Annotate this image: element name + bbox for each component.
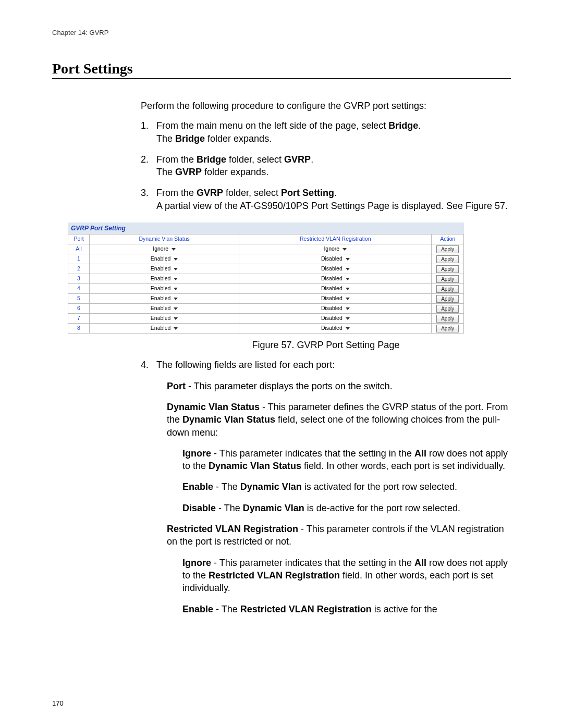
step-body: From the Bridge folder, select GVRP. The…: [156, 153, 511, 180]
table-row: 5EnabledDisabledApply: [68, 294, 464, 304]
cell-dvs-dropdown[interactable]: Enabled: [90, 314, 239, 324]
field-rvr: Restricted VLAN Registration - This para…: [167, 523, 511, 548]
chevron-down-icon: [174, 298, 178, 300]
chevron-down-icon: [174, 327, 178, 330]
field-dvs-enable: Enable - The Dynamic Vlan is activated f…: [182, 480, 511, 493]
step-num: 3.: [141, 187, 156, 213]
table-row: AllIgnoreIgnoreApply: [68, 244, 464, 254]
cell-rvr-dropdown[interactable]: Disabled: [239, 314, 432, 324]
cell-port: 3: [68, 274, 90, 284]
cell-rvr-dropdown[interactable]: Disabled: [239, 274, 432, 284]
col-dvs: Dynamic Vlan Status: [90, 235, 239, 244]
cell-action: Apply: [432, 304, 464, 314]
cell-port: 4: [68, 284, 90, 294]
cell-dvs-dropdown[interactable]: Enabled: [90, 284, 239, 294]
table-row: 2EnabledDisabledApply: [68, 264, 464, 274]
field-rvr-enable: Enable - The Restricted VLAN Registratio…: [182, 603, 511, 615]
cell-action: Apply: [432, 274, 464, 284]
table-row: 7EnabledDisabledApply: [68, 314, 464, 324]
cell-port: 1: [68, 254, 90, 264]
chevron-down-icon: [342, 248, 347, 251]
procedure-list-2: 4. The following fields are listed for e…: [141, 359, 511, 372]
cell-dvs-dropdown[interactable]: Enabled: [90, 324, 239, 334]
cell-dvs-dropdown[interactable]: Enabled: [90, 274, 239, 284]
step-body: From the GVRP folder, select Port Settin…: [156, 187, 511, 213]
step-num: 1.: [141, 119, 156, 146]
cell-action: Apply: [432, 284, 464, 294]
step-body: The following fields are listed for each…: [156, 359, 511, 372]
chevron-down-icon: [346, 327, 350, 330]
apply-button[interactable]: Apply: [436, 245, 459, 253]
cell-action: Apply: [432, 244, 464, 254]
cell-action: Apply: [432, 324, 464, 334]
cell-dvs-dropdown[interactable]: Enabled: [90, 254, 239, 264]
cell-action: Apply: [432, 294, 464, 304]
chevron-down-icon: [174, 307, 178, 310]
table-row: 8EnabledDisabledApply: [68, 324, 464, 334]
apply-button[interactable]: Apply: [436, 265, 459, 273]
cell-rvr-dropdown[interactable]: Disabled: [239, 294, 432, 304]
cell-port: 7: [68, 314, 90, 324]
apply-button[interactable]: Apply: [436, 255, 459, 263]
cell-dvs-dropdown[interactable]: Ignore: [90, 244, 239, 254]
table-row: 6EnabledDisabledApply: [68, 304, 464, 314]
step-4: 4. The following fields are listed for e…: [141, 359, 511, 372]
table-title: GVRP Port Setting: [68, 223, 464, 234]
step-1: 1. From the main menu on the left side o…: [141, 119, 511, 146]
chevron-down-icon: [346, 307, 350, 310]
chevron-down-icon: [346, 288, 350, 290]
cell-rvr-dropdown[interactable]: Disabled: [239, 304, 432, 314]
chapter-label: Chapter 14: GVRP: [52, 29, 511, 36]
chevron-down-icon: [346, 298, 350, 300]
cell-port: All: [68, 244, 90, 254]
apply-button[interactable]: Apply: [436, 295, 459, 303]
col-action: Action: [432, 235, 464, 244]
gvrp-port-table: Port Dynamic Vlan Status Restricted VLAN…: [68, 234, 464, 334]
chevron-down-icon: [346, 268, 350, 270]
cell-rvr-dropdown[interactable]: Disabled: [239, 254, 432, 264]
step-num: 2.: [141, 153, 156, 180]
cell-dvs-dropdown[interactable]: Enabled: [90, 304, 239, 314]
cell-action: Apply: [432, 314, 464, 324]
chevron-down-icon: [174, 288, 178, 290]
cell-dvs-dropdown[interactable]: Enabled: [90, 264, 239, 274]
step-body: From the main menu on the left side of t…: [156, 119, 511, 146]
field-dvs-ignore: Ignore - This parameter indicates that t…: [182, 447, 511, 473]
step-2: 2. From the Bridge folder, select GVRP. …: [141, 153, 511, 180]
chevron-down-icon: [174, 317, 178, 320]
page-number: 170: [52, 699, 64, 707]
cell-action: Apply: [432, 254, 464, 264]
cell-rvr-dropdown[interactable]: Disabled: [239, 284, 432, 294]
figure-table: GVRP Port Setting Port Dynamic Vlan Stat…: [68, 223, 464, 334]
apply-button[interactable]: Apply: [436, 315, 459, 323]
figure-caption: Figure 57. GVRP Port Setting Page: [141, 339, 511, 351]
apply-button[interactable]: Apply: [436, 305, 459, 313]
body-content-2: Figure 57. GVRP Port Setting Page 4. The…: [141, 339, 511, 615]
cell-rvr-dropdown[interactable]: Ignore: [239, 244, 432, 254]
procedure-list: 1. From the main menu on the left side o…: [141, 119, 511, 213]
table-header-row: Port Dynamic Vlan Status Restricted VLAN…: [68, 235, 464, 244]
field-dvs-disable: Disable - The Dynamic Vlan is de-active …: [182, 502, 511, 514]
cell-rvr-dropdown[interactable]: Disabled: [239, 324, 432, 334]
chevron-down-icon: [174, 258, 178, 261]
title-rule: [52, 78, 511, 79]
page-title: Port Settings: [52, 60, 511, 77]
apply-button[interactable]: Apply: [436, 275, 459, 283]
field-rvr-ignore: Ignore - This parameter indicates that t…: [182, 557, 511, 595]
chevron-down-icon: [172, 248, 176, 251]
cell-dvs-dropdown[interactable]: Enabled: [90, 294, 239, 304]
step-num: 4.: [141, 359, 156, 372]
chevron-down-icon: [174, 268, 178, 270]
chevron-down-icon: [174, 278, 178, 280]
chevron-down-icon: [346, 317, 350, 320]
apply-button[interactable]: Apply: [436, 325, 459, 332]
table-row: 1EnabledDisabledApply: [68, 254, 464, 264]
field-port: Port - This parameter displays the ports…: [167, 380, 511, 392]
apply-button[interactable]: Apply: [436, 285, 459, 293]
cell-rvr-dropdown[interactable]: Disabled: [239, 264, 432, 274]
intro-text: Perform the following procedure to confi…: [141, 100, 511, 112]
cell-port: 6: [68, 304, 90, 314]
cell-port: 5: [68, 294, 90, 304]
col-port: Port: [68, 235, 90, 244]
chevron-down-icon: [346, 258, 350, 261]
